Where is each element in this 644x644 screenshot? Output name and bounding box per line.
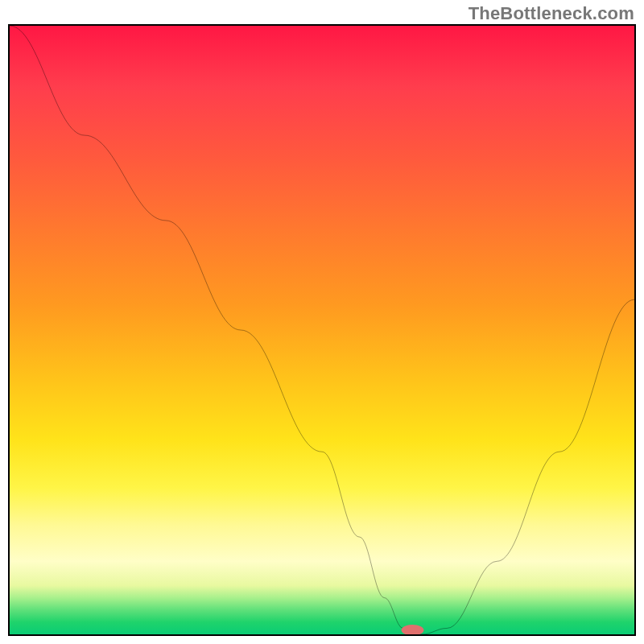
curve-layer <box>10 26 634 634</box>
watermark-text: TheBottleneck.com <box>469 3 634 24</box>
bottleneck-curve-path <box>10 26 634 634</box>
plot-area <box>8 24 636 636</box>
bottleneck-chart: TheBottleneck.com <box>0 0 644 644</box>
optimal-marker <box>402 625 424 634</box>
